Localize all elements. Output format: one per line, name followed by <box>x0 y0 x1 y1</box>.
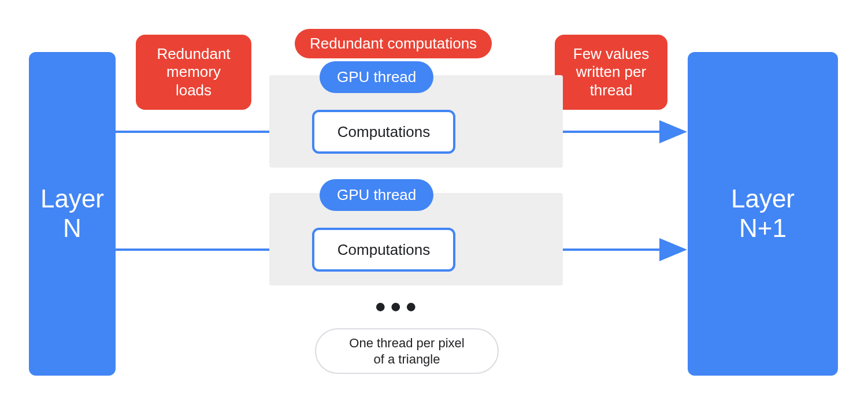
gpu-thread-label-2: GPU thread <box>320 179 433 211</box>
layer-n-box: Layer N <box>29 52 116 376</box>
redundant-memory-loads-label: Redundant memory loads <box>136 35 251 110</box>
computations-box-1: Computations <box>312 110 455 154</box>
gpu-thread-label-1: GPU thread <box>320 61 433 93</box>
ellipsis-dots: ●●● <box>374 295 421 317</box>
layer-n1-label: Layer N+1 <box>731 184 795 243</box>
one-thread-per-pixel-label: One thread per pixel of a triangle <box>315 328 499 374</box>
computations-box-2: Computations <box>312 228 455 272</box>
few-values-label: Few values written per thread <box>555 35 667 110</box>
layer-n-label: Layer N <box>40 184 104 243</box>
layer-n1-box: Layer N+1 <box>688 52 838 376</box>
redundant-computations-label: Redundant computations <box>295 29 492 58</box>
